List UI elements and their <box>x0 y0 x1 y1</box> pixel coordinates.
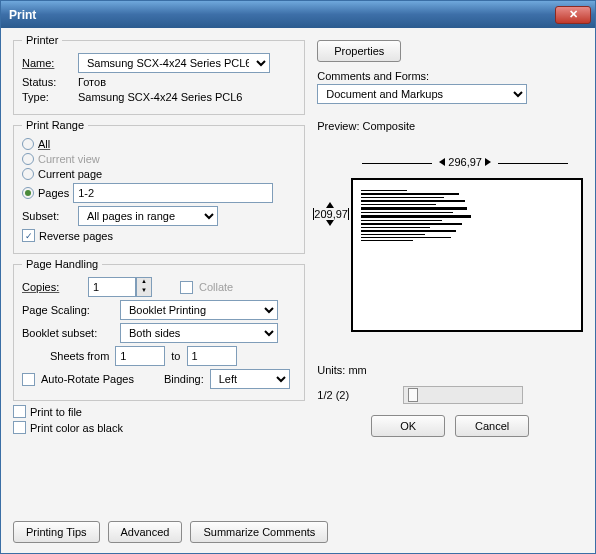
print-to-file-label: Print to file <box>30 406 82 418</box>
scaling-label: Page Scaling: <box>22 304 114 316</box>
radio-current-view-label: Current view <box>38 153 100 165</box>
scaling-select[interactable]: Booklet Printing <box>120 300 278 320</box>
cancel-button[interactable]: Cancel <box>455 415 529 437</box>
printer-legend: Printer <box>22 34 62 46</box>
printing-tips-button[interactable]: Printing Tips <box>13 521 100 543</box>
booklet-label: Booklet subset: <box>22 327 114 339</box>
collate-label: Collate <box>199 281 233 293</box>
reverse-row[interactable]: ✓ Reverse pages <box>22 229 296 242</box>
units-label: Units: mm <box>317 364 583 376</box>
preview-area: 296,97 209,97 <box>317 132 583 360</box>
titlebar[interactable]: Print ✕ <box>1 1 595 28</box>
copies-spinner[interactable]: ▲ ▼ <box>88 277 152 297</box>
slider-thumb[interactable] <box>408 388 418 402</box>
window-title: Print <box>9 8 555 22</box>
close-button[interactable]: ✕ <box>555 6 591 24</box>
range-legend: Print Range <box>22 119 88 131</box>
radio-current-page-label: Current page <box>38 168 102 180</box>
binding-select[interactable]: Left <box>210 369 290 389</box>
printer-group: Printer Name: Samsung SCX-4x24 Series PC… <box>13 34 305 115</box>
reverse-checkbox[interactable]: ✓ <box>22 229 35 242</box>
radio-current-view <box>22 153 34 165</box>
preview-paper <box>351 178 583 332</box>
radio-all-row[interactable]: All <box>22 138 296 150</box>
pages-input[interactable] <box>73 183 273 203</box>
print-to-file-row[interactable]: Print to file <box>13 405 305 418</box>
sheets-from-input[interactable] <box>115 346 165 366</box>
preview-header: Preview: Composite <box>317 120 583 132</box>
radio-current-page-row[interactable]: Current page <box>22 168 296 180</box>
advanced-button[interactable]: Advanced <box>108 521 183 543</box>
status-label: Status: <box>22 76 72 88</box>
arrow-left-icon <box>439 158 445 166</box>
print-color-black-checkbox[interactable] <box>13 421 26 434</box>
copies-input[interactable] <box>88 277 136 297</box>
radio-pages-row[interactable]: Pages <box>22 183 296 203</box>
print-range-group: Print Range All Current view Current pag… <box>13 119 305 254</box>
sheets-from-label: Sheets from <box>50 350 109 362</box>
radio-all-label: All <box>38 138 50 150</box>
print-color-black-row[interactable]: Print color as black <box>13 421 305 434</box>
collate-checkbox <box>180 281 193 294</box>
booklet-subset-select[interactable]: Both sides <box>120 323 278 343</box>
name-label: Name: <box>22 57 72 69</box>
preview-height-value: 209,97 <box>314 208 348 220</box>
binding-label: Binding: <box>164 373 204 385</box>
sheets-to-label: to <box>171 350 180 362</box>
print-to-file-checkbox[interactable] <box>13 405 26 418</box>
copies-label: Copies: <box>22 281 82 293</box>
radio-pages[interactable] <box>22 187 34 199</box>
status-value: Готов <box>78 76 106 88</box>
radio-pages-label: Pages <box>38 187 69 199</box>
preview-page-thumb <box>361 188 476 324</box>
copies-up-icon[interactable]: ▲ <box>137 278 151 287</box>
radio-all[interactable] <box>22 138 34 150</box>
radio-current-view-row: Current view <box>22 153 296 165</box>
preview-height-dim: 209,97 <box>313 202 347 226</box>
radio-current-page[interactable] <box>22 168 34 180</box>
copies-down-icon[interactable]: ▼ <box>137 287 151 296</box>
print-color-black-label: Print color as black <box>30 422 123 434</box>
type-value: Samsung SCX-4x24 Series PCL6 <box>78 91 242 103</box>
printer-name-select[interactable]: Samsung SCX-4x24 Series PCL6 <box>78 53 270 73</box>
page-indicator: 1/2 (2) <box>317 389 397 401</box>
autorotate-checkbox[interactable] <box>22 373 35 386</box>
preview-width-value: 296,97 <box>448 156 482 168</box>
summarize-comments-button[interactable]: Summarize Comments <box>190 521 328 543</box>
subset-select[interactable]: All pages in range <box>78 206 218 226</box>
preview-width-dim: 296,97 <box>347 156 583 168</box>
reverse-label: Reverse pages <box>39 230 113 242</box>
type-label: Type: <box>22 91 72 103</box>
preview-slider[interactable] <box>403 386 523 404</box>
sheets-to-input[interactable] <box>187 346 237 366</box>
print-dialog: Print ✕ Printer Name: Samsung SCX-4x24 S… <box>0 0 596 554</box>
handling-legend: Page Handling <box>22 258 102 270</box>
comments-select[interactable]: Document and Markups <box>317 84 527 104</box>
ok-button[interactable]: OK <box>371 415 445 437</box>
close-icon: ✕ <box>569 8 578 21</box>
properties-button[interactable]: Properties <box>317 40 401 62</box>
comments-label: Comments and Forms: <box>317 70 583 82</box>
arrow-right-icon <box>485 158 491 166</box>
page-handling-group: Page Handling Copies: ▲ ▼ Collate <box>13 258 305 401</box>
autorotate-label: Auto-Rotate Pages <box>41 373 134 385</box>
subset-label: Subset: <box>22 210 72 222</box>
arrow-down-icon <box>326 220 334 226</box>
